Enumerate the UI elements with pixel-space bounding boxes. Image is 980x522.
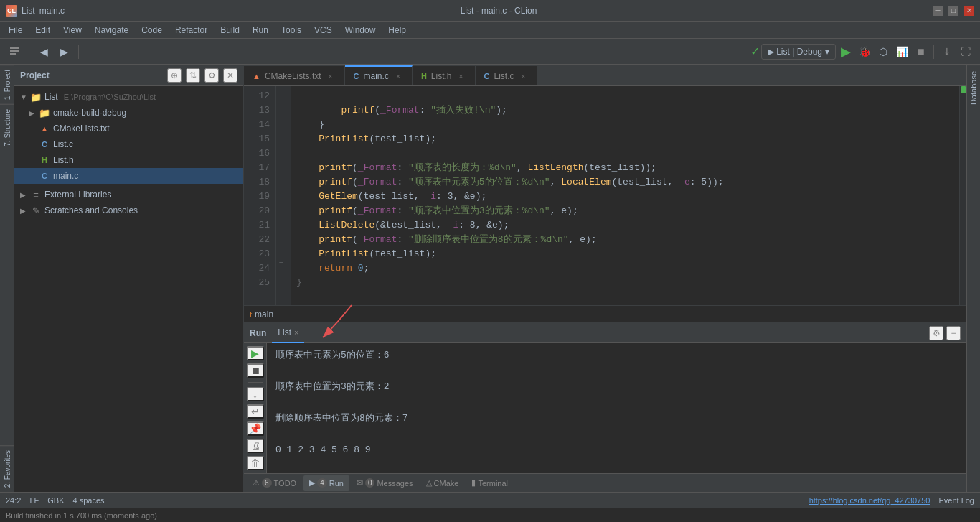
run-config-group: ✓ ▶ List | Debug ▾ ▶ 🐞 ⬡ 📊 ⏹ ⤓ ⛶: [750, 43, 974, 60]
debug-button[interactable]: 🐞: [856, 43, 873, 60]
soft-wrap-button[interactable]: ↵: [247, 404, 264, 419]
btab-terminal[interactable]: ▮ Terminal: [466, 475, 514, 491]
line-16: printf(_Format: "顺序表的长度为：%d\n", ListLeng…: [296, 162, 656, 173]
code-content[interactable]: printf(_Format: "插入失败!\n"); } PrintList(…: [291, 86, 959, 305]
output-line-2: 顺序表中位置为3的元素：2: [275, 379, 958, 395]
menu-navigate[interactable]: Navigate: [89, 24, 134, 37]
svg-rect-0: [10, 50, 19, 52]
tab-label-listh: List.h: [431, 71, 452, 81]
scratches-icon: ✎: [30, 205, 42, 216]
project-sync-button[interactable]: ⇅: [186, 68, 200, 83]
run-settings-button[interactable]: ⚙: [929, 326, 943, 340]
sidebar-item-project[interactable]: 1: Project: [0, 65, 14, 104]
btab-run[interactable]: ▶ 4 Run: [303, 475, 349, 491]
run-minimize-button[interactable]: −: [946, 326, 961, 340]
run-panel-sidebar: ▶ ⏹ ↓ ↵ 📌 🖨 🗑: [244, 343, 267, 473]
print-button[interactable]: 🖨: [247, 439, 264, 453]
database-tab[interactable]: Database: [967, 65, 980, 111]
main-area: 1: Project 7: Structure 2: Favorites Pro…: [0, 65, 980, 492]
run-config-label: ▶ List | Debug: [768, 47, 822, 57]
btab-cmake[interactable]: △ CMake: [420, 475, 465, 491]
menu-help[interactable]: Help: [382, 24, 412, 37]
run-button[interactable]: ▶: [837, 43, 854, 60]
minimize-button[interactable]: ─: [933, 6, 943, 16]
btab-messages[interactable]: ✉ 0 Messages: [351, 475, 419, 491]
menu-edit[interactable]: Edit: [29, 24, 56, 37]
menu-vcs[interactable]: VCS: [308, 24, 338, 37]
update-button[interactable]: ⤓: [938, 43, 956, 60]
navigate-back-button[interactable]: ◀: [35, 43, 52, 60]
btab-todo-label: TODO: [274, 479, 297, 488]
tab-close-cmakelists[interactable]: ×: [326, 71, 336, 81]
maximize-button[interactable]: □: [948, 6, 958, 16]
tree-item-listc[interactable]: ▶ C List.c: [14, 136, 243, 152]
fold-icon-24[interactable]: −: [279, 258, 283, 266]
tab-close-listc[interactable]: ×: [518, 71, 528, 81]
build-button[interactable]: [6, 43, 23, 60]
tree-arrow-cmake-build: ▶: [29, 109, 36, 117]
menu-window[interactable]: Window: [339, 24, 382, 37]
menu-code[interactable]: Code: [136, 24, 168, 37]
btab-cmake-label: CMake: [434, 479, 459, 488]
menu-file[interactable]: File: [3, 24, 28, 37]
tab-cmakelists[interactable]: ▲ CMakeLists.txt ×: [244, 65, 345, 85]
run-again-button[interactable]: ▶: [247, 346, 264, 360]
menu-tools[interactable]: Tools: [275, 24, 307, 37]
tab-close-listh[interactable]: ×: [456, 71, 466, 81]
btab-todo-icon: ⚠: [253, 478, 260, 488]
menu-view[interactable]: View: [57, 24, 88, 37]
menu-build[interactable]: Build: [215, 24, 245, 37]
tree-item-scratches[interactable]: ▶ ✎ Scratches and Consoles: [14, 202, 243, 218]
profile-button[interactable]: 📊: [893, 43, 910, 60]
run-config-button[interactable]: ▶ List | Debug ▾: [761, 44, 836, 60]
toolbar: ◀ ▶ ✓ ▶ List | Debug ▾ ▶ 🐞 ⬡ 📊 ⏹ ⤓ ⛶: [0, 39, 980, 65]
stop-run-button[interactable]: ⏹: [247, 363, 264, 378]
project-close-button[interactable]: ✕: [223, 68, 237, 83]
run-tab-close[interactable]: ×: [294, 328, 298, 337]
tree-label-root: List: [44, 92, 58, 102]
editor-scrollbar[interactable]: [959, 86, 966, 305]
tab-listh[interactable]: H List.h ×: [413, 65, 476, 85]
line-18: GetElem(test_list, i: 3, &e);: [296, 191, 486, 202]
scroll-end-button[interactable]: ↓: [247, 387, 264, 401]
menu-refactor[interactable]: Refactor: [169, 24, 213, 37]
btab-terminal-icon: ▮: [471, 478, 476, 488]
tree-item-cmakelists[interactable]: ▶ ▲ CMakeLists.txt: [14, 121, 243, 136]
clear-button[interactable]: 🗑: [247, 456, 264, 470]
btab-run-num: 4: [317, 478, 327, 488]
sidebar-item-structure[interactable]: 7: Structure: [0, 104, 14, 151]
line-19: printf(_Format: "顺序表中位置为3的元素：%d\n", e);: [296, 205, 578, 216]
pin-button[interactable]: 📌: [247, 421, 264, 436]
status-csdn-link[interactable]: https://blog.csdn.net/qq_42730750: [809, 496, 930, 505]
tab-close-mainc[interactable]: ×: [393, 71, 403, 81]
line-17: printf(_Format: "顺序表中元素为5的位置：%d\n", Loca…: [296, 177, 724, 187]
full-screen-button[interactable]: ⛶: [957, 43, 974, 60]
coverage-button[interactable]: ⬡: [875, 43, 892, 60]
btab-todo[interactable]: ⚠ 6 TODO: [247, 475, 302, 491]
tree-item-mainc[interactable]: ▶ C main.c: [14, 168, 243, 184]
tree-label-external: External Libraries: [44, 190, 111, 200]
code-editor: 12 13 14 15 16 17 18 19 20 21 22 23 24 2…: [244, 86, 966, 305]
tree-item-listh[interactable]: ▶ H List.h: [14, 152, 243, 168]
run-tab-list[interactable]: List ×: [272, 323, 304, 343]
navigate-forward-button[interactable]: ▶: [55, 43, 72, 60]
project-add-button[interactable]: ⊕: [167, 68, 182, 83]
menu-run[interactable]: Run: [247, 24, 274, 37]
close-button[interactable]: ✕: [964, 6, 974, 16]
sidebar-item-favorites[interactable]: 2: Favorites: [0, 445, 14, 492]
file-indicator: main.c: [39, 6, 65, 16]
tree-label-cmakelists: CMakeLists.txt: [53, 123, 110, 134]
tab-mainc[interactable]: C main.c ×: [345, 65, 413, 85]
breadcrumb-fn-icon: f: [250, 310, 252, 319]
bottom-tabs: ⚠ 6 TODO ▶ 4 Run ✉ 0 Messages △ CMake ▮ …: [244, 473, 966, 492]
tab-listc[interactable]: C List.c ×: [476, 65, 538, 85]
tab-label-cmakelists: CMakeLists.txt: [265, 71, 321, 81]
project-settings-button[interactable]: ⚙: [204, 68, 219, 83]
tree-item-cmake-build[interactable]: ▶ 📁 cmake-build-debug: [14, 105, 243, 121]
status-lf: LF: [29, 496, 39, 505]
status-event-log[interactable]: Event Log: [938, 496, 974, 505]
title-bar: CL List main.c List - main.c - CLion ─ □…: [0, 0, 980, 22]
stop-button[interactable]: ⏹: [912, 43, 929, 60]
tree-item-external[interactable]: ▶ ≡ External Libraries: [14, 187, 243, 202]
tree-root-list[interactable]: ▼ 📁 List E:\Program\C\SuZhou\List: [14, 89, 243, 105]
